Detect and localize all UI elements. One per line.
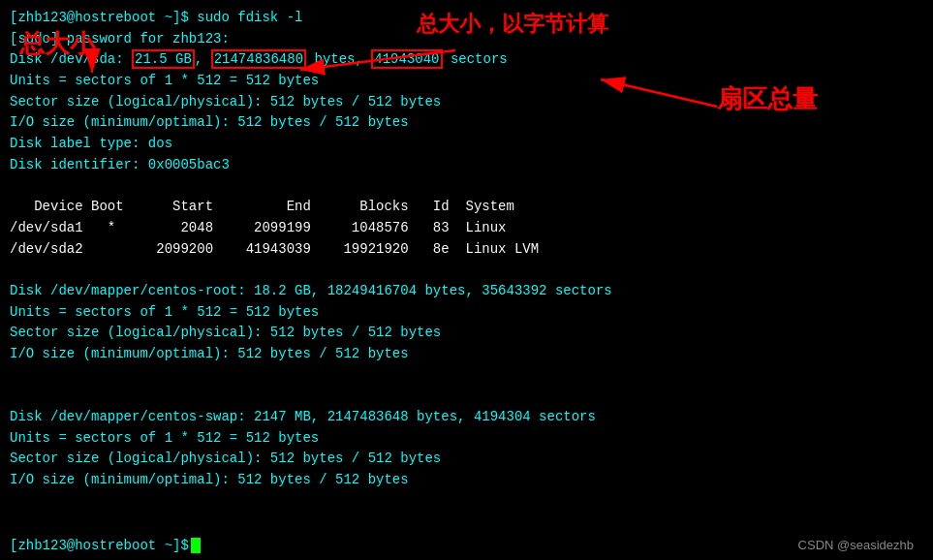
bottom-prompt: [zhb123@hostreboot ~]$ [10, 538, 189, 553]
mapper-swap-units: Units = sectors of 1 * 512 = 512 bytes [10, 428, 923, 450]
blank-line-3 [10, 365, 923, 387]
annotation-sector-total: 扇区总量 [717, 82, 818, 116]
table-header: Device Boot Start End Blocks Id System [10, 197, 923, 218]
partition-row-1: /dev/sda1 * 2048 2099199 1048576 83 Linu… [10, 218, 923, 239]
terminal-line-8: Disk identifier: 0x0005bac3 [10, 155, 923, 176]
mapper-swap-line: Disk /dev/mapper/centos-swap: 2147 MB, 2… [10, 407, 923, 428]
terminal-window: [zhb123@hostreboot ~]$ sudo fdisk -l [su… [0, 0, 933, 499]
blank-line-1 [10, 176, 923, 198]
cursor [191, 538, 201, 553]
mapper-swap-io: I/O size (minimum/optimal): 512 bytes / … [10, 470, 923, 491]
annotation-total-bytes: 总大小，以字节计算 [417, 10, 608, 39]
blank-line-4 [10, 386, 923, 407]
csdn-credit: CSDN @seasidezhb [798, 538, 914, 552]
bottom-prompt-bar: [zhb123@hostreboot ~]$ [0, 531, 933, 560]
mapper-root-line: Disk /dev/mapper/centos-root: 18.2 GB, 1… [10, 281, 923, 302]
mapper-swap-sector: Sector size (logical/physical): 512 byte… [10, 449, 923, 470]
disk-sectors-box: 41943040 [371, 49, 442, 69]
mapper-root-sector: Sector size (logical/physical): 512 byte… [10, 323, 923, 344]
blank-line-2 [10, 260, 923, 281]
annotation-total-size: 总大小 [19, 27, 95, 61]
partition-row-2: /dev/sda2 2099200 41943039 19921920 8e L… [10, 239, 923, 261]
disk-size-box: 21.5 GB [132, 49, 195, 69]
mapper-root-io: I/O size (minimum/optimal): 512 bytes / … [10, 344, 923, 365]
mapper-root-units: Units = sectors of 1 * 512 = 512 bytes [10, 302, 923, 324]
disk-bytes-box: 21474836480 [211, 49, 306, 69]
terminal-line-7: Disk label type: dos [10, 134, 923, 155]
terminal-line-3: Disk /dev/sda: 21.5 GB, 21474836480 byte… [10, 49, 923, 71]
